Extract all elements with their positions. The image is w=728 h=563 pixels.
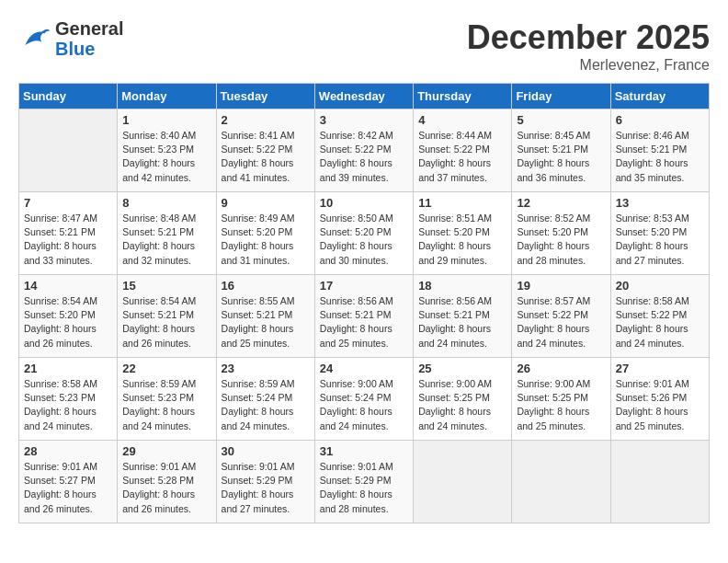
day-info: Sunrise: 8:51 AM Sunset: 5:20 PM Dayligh…: [418, 212, 506, 268]
day-number: 16: [222, 279, 310, 293]
title-block: December 2025 Merlevenez, France: [467, 18, 710, 74]
day-info: Sunrise: 8:55 AM Sunset: 5:21 PM Dayligh…: [222, 294, 310, 350]
day-info: Sunrise: 8:52 AM Sunset: 5:20 PM Dayligh…: [517, 212, 605, 268]
logo-icon: [18, 26, 51, 52]
day-number: 4: [418, 113, 506, 127]
day-cell: 24Sunrise: 9:00 AM Sunset: 5:24 PM Dayli…: [314, 358, 413, 441]
day-cell: 28Sunrise: 9:01 AM Sunset: 5:27 PM Dayli…: [19, 441, 118, 523]
day-info: Sunrise: 8:57 AM Sunset: 5:22 PM Dayligh…: [517, 294, 605, 350]
day-info: Sunrise: 8:41 AM Sunset: 5:22 PM Dayligh…: [222, 129, 310, 185]
day-info: Sunrise: 8:59 AM Sunset: 5:23 PM Dayligh…: [122, 377, 210, 433]
day-cell: 26Sunrise: 9:00 AM Sunset: 5:25 PM Dayli…: [512, 358, 610, 441]
day-info: Sunrise: 8:44 AM Sunset: 5:22 PM Dayligh…: [418, 129, 506, 185]
day-cell: 14Sunrise: 8:54 AM Sunset: 5:20 PM Dayli…: [19, 275, 118, 358]
day-cell: 9Sunrise: 8:49 AM Sunset: 5:20 PM Daylig…: [216, 192, 314, 275]
day-info: Sunrise: 9:01 AM Sunset: 5:26 PM Dayligh…: [616, 377, 704, 433]
day-number: 25: [418, 362, 506, 375]
day-cell: 25Sunrise: 9:00 AM Sunset: 5:25 PM Dayli…: [414, 358, 512, 441]
day-info: Sunrise: 8:47 AM Sunset: 5:21 PM Dayligh…: [24, 212, 112, 268]
header-monday: Monday: [118, 84, 216, 109]
day-number: 21: [24, 362, 112, 375]
day-number: 2: [222, 113, 310, 127]
day-info: Sunrise: 9:01 AM Sunset: 5:27 PM Dayligh…: [24, 460, 112, 516]
day-cell: 21Sunrise: 8:58 AM Sunset: 5:23 PM Dayli…: [19, 358, 118, 441]
page-header: General Blue December 2025 Merlevenez, F…: [18, 18, 710, 74]
week-row-1: 1Sunrise: 8:40 AM Sunset: 5:23 PM Daylig…: [19, 109, 710, 192]
day-number: 28: [24, 444, 112, 458]
logo: General Blue: [18, 18, 123, 59]
day-info: Sunrise: 8:54 AM Sunset: 5:21 PM Dayligh…: [122, 294, 210, 350]
week-row-4: 21Sunrise: 8:58 AM Sunset: 5:23 PM Dayli…: [19, 358, 710, 441]
day-info: Sunrise: 8:54 AM Sunset: 5:20 PM Dayligh…: [24, 294, 112, 350]
day-info: Sunrise: 9:00 AM Sunset: 5:25 PM Dayligh…: [418, 377, 506, 433]
day-cell: 18Sunrise: 8:56 AM Sunset: 5:21 PM Dayli…: [414, 275, 512, 358]
day-cell: 4Sunrise: 8:44 AM Sunset: 5:22 PM Daylig…: [414, 109, 512, 192]
day-info: Sunrise: 8:53 AM Sunset: 5:20 PM Dayligh…: [616, 212, 704, 268]
day-cell: 12Sunrise: 8:52 AM Sunset: 5:20 PM Dayli…: [512, 192, 610, 275]
day-cell: 23Sunrise: 8:59 AM Sunset: 5:24 PM Dayli…: [216, 358, 314, 441]
day-info: Sunrise: 8:42 AM Sunset: 5:22 PM Dayligh…: [320, 129, 408, 185]
day-number: 18: [418, 279, 506, 293]
day-number: 7: [24, 196, 112, 210]
day-cell: 22Sunrise: 8:59 AM Sunset: 5:23 PM Dayli…: [118, 358, 216, 441]
day-cell: 2Sunrise: 8:41 AM Sunset: 5:22 PM Daylig…: [216, 109, 314, 192]
day-number: 27: [616, 362, 704, 375]
week-row-5: 28Sunrise: 9:01 AM Sunset: 5:27 PM Dayli…: [19, 441, 710, 523]
day-number: 26: [517, 362, 605, 375]
day-number: 15: [122, 279, 210, 293]
day-info: Sunrise: 9:01 AM Sunset: 5:29 PM Dayligh…: [320, 460, 408, 516]
location-subtitle: Merlevenez, France: [467, 57, 710, 74]
day-number: 12: [517, 196, 605, 210]
header-sunday: Sunday: [19, 84, 118, 109]
day-cell: 1Sunrise: 8:40 AM Sunset: 5:23 PM Daylig…: [118, 109, 216, 192]
day-number: 13: [616, 196, 704, 210]
day-cell: 8Sunrise: 8:48 AM Sunset: 5:21 PM Daylig…: [118, 192, 216, 275]
day-number: 3: [320, 113, 408, 127]
day-cell: 17Sunrise: 8:56 AM Sunset: 5:21 PM Dayli…: [314, 275, 413, 358]
month-title: December 2025: [467, 18, 710, 57]
day-info: Sunrise: 8:48 AM Sunset: 5:21 PM Dayligh…: [122, 212, 210, 268]
day-info: Sunrise: 8:49 AM Sunset: 5:20 PM Dayligh…: [222, 212, 310, 268]
day-number: 8: [122, 196, 210, 210]
day-number: 31: [320, 444, 408, 458]
day-cell: [414, 441, 512, 523]
day-cell: [610, 441, 709, 523]
day-number: 6: [616, 113, 704, 127]
day-cell: 30Sunrise: 9:01 AM Sunset: 5:29 PM Dayli…: [216, 441, 314, 523]
day-cell: 7Sunrise: 8:47 AM Sunset: 5:21 PM Daylig…: [19, 192, 118, 275]
week-row-2: 7Sunrise: 8:47 AM Sunset: 5:21 PM Daylig…: [19, 192, 710, 275]
day-cell: 19Sunrise: 8:57 AM Sunset: 5:22 PM Dayli…: [512, 275, 610, 358]
day-cell: [512, 441, 610, 523]
header-thursday: Thursday: [414, 84, 512, 109]
day-cell: 20Sunrise: 8:58 AM Sunset: 5:22 PM Dayli…: [610, 275, 709, 358]
day-info: Sunrise: 8:40 AM Sunset: 5:23 PM Dayligh…: [122, 129, 210, 185]
day-info: Sunrise: 8:59 AM Sunset: 5:24 PM Dayligh…: [222, 377, 310, 433]
day-number: 14: [24, 279, 112, 293]
day-cell: 16Sunrise: 8:55 AM Sunset: 5:21 PM Dayli…: [216, 275, 314, 358]
day-number: 23: [222, 362, 310, 375]
calendar-table: SundayMondayTuesdayWednesdayThursdayFrid…: [18, 83, 710, 523]
day-cell: 13Sunrise: 8:53 AM Sunset: 5:20 PM Dayli…: [610, 192, 709, 275]
day-cell: [19, 109, 118, 192]
day-info: Sunrise: 9:01 AM Sunset: 5:29 PM Dayligh…: [222, 460, 310, 516]
day-number: 11: [418, 196, 506, 210]
day-info: Sunrise: 9:00 AM Sunset: 5:25 PM Dayligh…: [517, 377, 605, 433]
calendar-header-row: SundayMondayTuesdayWednesdayThursdayFrid…: [19, 84, 710, 109]
day-info: Sunrise: 8:56 AM Sunset: 5:21 PM Dayligh…: [320, 294, 408, 350]
day-cell: 3Sunrise: 8:42 AM Sunset: 5:22 PM Daylig…: [314, 109, 413, 192]
day-info: Sunrise: 8:58 AM Sunset: 5:22 PM Dayligh…: [616, 294, 704, 350]
day-number: 10: [320, 196, 408, 210]
week-row-3: 14Sunrise: 8:54 AM Sunset: 5:20 PM Dayli…: [19, 275, 710, 358]
day-cell: 27Sunrise: 9:01 AM Sunset: 5:26 PM Dayli…: [610, 358, 709, 441]
day-cell: 15Sunrise: 8:54 AM Sunset: 5:21 PM Dayli…: [118, 275, 216, 358]
day-cell: 10Sunrise: 8:50 AM Sunset: 5:20 PM Dayli…: [314, 192, 413, 275]
day-info: Sunrise: 8:46 AM Sunset: 5:21 PM Dayligh…: [616, 129, 704, 185]
day-cell: 6Sunrise: 8:46 AM Sunset: 5:21 PM Daylig…: [610, 109, 709, 192]
day-info: Sunrise: 8:45 AM Sunset: 5:21 PM Dayligh…: [517, 129, 605, 185]
day-number: 19: [517, 279, 605, 293]
logo-text: General Blue: [55, 18, 123, 59]
day-number: 24: [320, 362, 408, 375]
day-number: 5: [517, 113, 605, 127]
day-cell: 5Sunrise: 8:45 AM Sunset: 5:21 PM Daylig…: [512, 109, 610, 192]
day-number: 30: [222, 444, 310, 458]
